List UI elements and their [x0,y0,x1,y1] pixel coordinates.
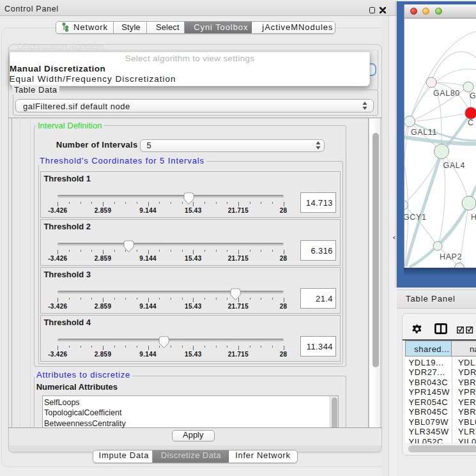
svg-text:G: G [470,91,476,100]
svg-text:GAL80: GAL80 [433,89,460,98]
svg-text:GAL4: GAL4 [443,161,465,170]
svg-text:GAL11: GAL11 [411,128,437,137]
svg-text:HAP2: HAP2 [440,252,462,261]
svg-text:H: H [471,213,476,222]
svg-text:GCY1: GCY1 [404,213,426,222]
svg-text:C: C [468,118,474,127]
